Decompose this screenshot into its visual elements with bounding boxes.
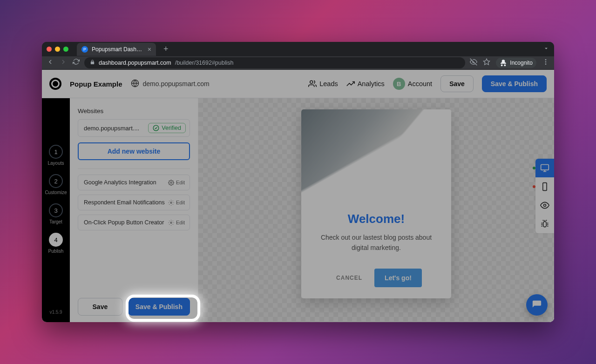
topbar-save-button[interactable]: Save [440,75,474,92]
popup-hero-image [301,109,451,193]
website-row[interactable]: demo.popupsmart.... Verified [78,119,190,137]
forward-button[interactable] [60,58,67,67]
setting-label: Google Analytics Integration [84,179,156,186]
app-viewport: Popup Example demo.popupsmart.com Leads … [42,70,554,322]
minimize-window-button[interactable] [55,47,60,52]
step-target[interactable]: 3 Target [49,203,63,224]
svg-point-1 [545,59,547,61]
svg-point-9 [170,222,172,223]
popup-title: Welcome! [312,212,441,226]
lock-icon [90,60,95,66]
globe-icon [131,79,139,89]
settings-panel: Websites demo.popupsmart.... Verified Ad… [70,98,198,322]
svg-rect-10 [541,165,549,170]
eye-off-icon[interactable] [470,58,477,67]
window-controls [47,47,68,52]
setting-email[interactable]: Respondent Email Notifications Edit [78,195,190,210]
popup-cancel-button[interactable]: CANCEL [331,269,368,287]
preview-visibility-button[interactable] [535,196,554,215]
account-label: Account [408,80,432,88]
tab-title: Popupsmart Dashboard [92,46,144,53]
topbar-save-publish-button[interactable]: Save & Publish [482,75,547,92]
preview-canvas: × Welcome! Check out our lastest blog po… [198,98,554,322]
edit-link[interactable]: Edit [168,200,185,206]
svg-rect-14 [543,222,547,227]
svg-point-8 [170,202,172,203]
popup-cta-button[interactable]: Let's go! [374,269,422,287]
panel-save-publish-button[interactable]: Save & Publish [128,298,190,316]
step-layouts[interactable]: 1 Layouts [47,145,64,166]
step-publish[interactable]: 4 Publish [48,233,64,254]
desktop-view-button[interactable] [535,159,554,177]
panel-title: Websites [78,108,190,115]
app-logo[interactable] [49,78,61,90]
svg-point-13 [544,204,546,207]
chat-fab[interactable] [526,294,548,316]
view-toolbar [535,159,554,233]
bookmark-star-icon[interactable] [483,58,490,67]
svg-rect-11 [543,183,547,191]
leads-link[interactable]: Leads [308,80,338,88]
panel-footer: Save Save & Publish [78,293,190,316]
verified-badge: Verified [148,123,186,133]
url-host: dashboard.popupsmart.com [99,60,171,66]
svg-point-5 [310,81,313,83]
avatar: B [393,78,405,90]
url-bar: dashboard.popupsmart.com/builder/31692#p… [42,56,554,70]
popup-name[interactable]: Popup Example [70,80,122,88]
urlbar-right-icons: Incognito [470,58,549,68]
svg-point-2 [545,61,547,63]
domain-text: demo.popupsmart.com [143,80,210,88]
popup-preview: × Welcome! Check out our lastest blog po… [301,109,451,298]
app-topbar: Popup Example demo.popupsmart.com Leads … [42,70,554,98]
tab-favicon: P [81,46,88,53]
new-tab-button[interactable]: + [161,44,171,54]
divider [78,169,190,169]
back-button[interactable] [47,58,54,67]
debug-button[interactable] [535,215,554,233]
setting-onclick[interactable]: On-Click Popup Button Creator Edit [78,215,190,230]
account-link[interactable]: B Account [393,78,432,90]
reload-button[interactable] [73,58,80,67]
incognito-label: Incognito [510,60,533,66]
setting-label: Respondent Email Notifications [84,199,165,206]
svg-point-3 [545,63,547,65]
step-rail: 1 Layouts 2 Customize 3 Target 4 Publish… [42,98,70,322]
browser-window: P Popupsmart Dashboard × + dashboard.pop… [42,42,554,322]
nav-arrows [47,58,80,67]
edit-link[interactable]: Edit [168,220,185,226]
analytics-label: Analytics [358,80,385,88]
url-path: /builder/31692#publish [175,60,234,66]
website-domain: demo.popupsmart.... [84,125,139,132]
popup-text: Check out our lastest blog posts about d… [312,233,441,253]
incognito-badge: Incognito [496,58,536,68]
svg-marker-0 [484,59,490,65]
leads-label: Leads [319,80,338,88]
address-bar[interactable]: dashboard.popupsmart.com/builder/31692#p… [84,57,465,68]
mobile-view-button[interactable] [535,177,554,196]
browser-menu-icon[interactable] [542,58,549,67]
workbench: 1 Layouts 2 Customize 3 Target 4 Publish… [42,98,554,322]
edit-link[interactable]: Edit [168,180,185,186]
svg-point-7 [170,182,172,183]
domain-selector[interactable]: demo.popupsmart.com [131,79,210,89]
tab-dropdown-icon[interactable] [543,45,549,54]
setting-label: On-Click Popup Button Creator [84,219,164,226]
fullscreen-window-button[interactable] [63,47,68,52]
close-window-button[interactable] [47,47,52,52]
analytics-link[interactable]: Analytics [346,80,385,88]
setting-ga[interactable]: Google Analytics Integration Edit [78,175,190,190]
browser-tab[interactable]: P Popupsmart Dashboard × [77,43,156,56]
step-customize[interactable]: 2 Customize [45,174,67,195]
close-tab-icon[interactable]: × [148,46,151,53]
version-text: v1.5.9 [49,310,62,315]
panel-save-button[interactable]: Save [78,298,122,316]
tab-strip: P Popupsmart Dashboard × + [42,42,554,56]
add-website-button[interactable]: Add new website [78,142,190,160]
